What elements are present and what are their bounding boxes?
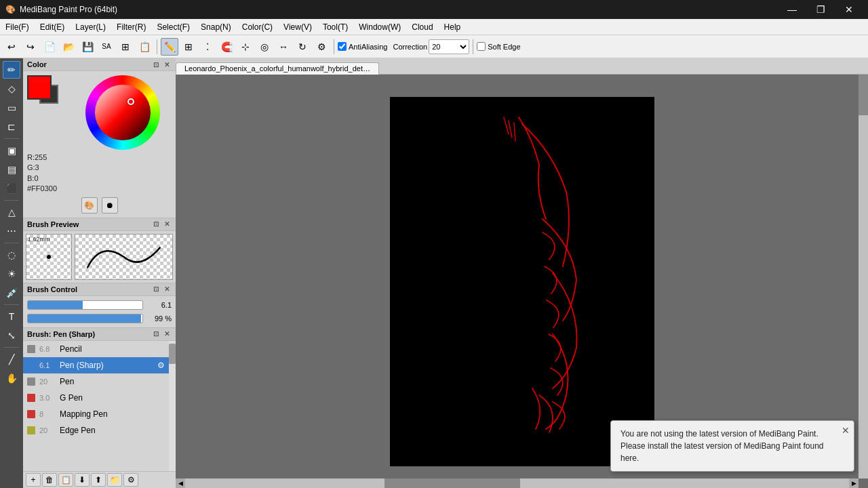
toolbar-dotgrid[interactable]: ⁚ [199, 38, 216, 56]
menu-color[interactable]: Color(C) [237, 19, 278, 35]
tool-select-rect[interactable]: ▭ [3, 99, 20, 117]
toolbar-snap[interactable]: 🧲 [218, 38, 235, 56]
brush-list-close[interactable]: ✕ [162, 329, 172, 339]
menu-select[interactable]: Select(F) [151, 19, 195, 35]
toolbar-snap2[interactable]: ⊹ [237, 38, 254, 56]
notification: ✕ You are not using the latest version o… [610, 420, 854, 472]
minimize-button[interactable]: — [778, 0, 806, 19]
toolbar-save-as[interactable]: SA [98, 38, 115, 56]
tool-fill[interactable]: ▣ [3, 142, 20, 159]
menu-tool[interactable]: Tool(T) [317, 19, 353, 35]
menu-cloud[interactable]: Cloud [406, 19, 438, 35]
tool-select-snap[interactable]: ⋯ [3, 222, 20, 240]
brush-list-item-3[interactable]: 3.0 G Pen [23, 390, 169, 406]
bottom-scrollbar-track[interactable] [185, 479, 849, 488]
brush-import-button[interactable]: ⬇ [75, 473, 90, 487]
toolbar-new[interactable]: 📄 [41, 38, 58, 56]
right-scrollbar[interactable] [859, 75, 868, 479]
toolbar-undo[interactable]: ↩ [3, 38, 20, 56]
bottom-scrollbar-thumb[interactable] [384, 479, 520, 488]
softedge-check[interactable]: Soft Edge [477, 42, 520, 51]
close-button[interactable]: ✕ [835, 0, 863, 19]
scroll-right-arrow[interactable]: ▶ [849, 479, 859, 488]
brush-list-scrollbar[interactable] [169, 341, 176, 471]
antialias-check[interactable]: AntiAliasing [338, 42, 387, 51]
tool-color-change[interactable]: ⬛ [3, 180, 20, 197]
bottom-scrollbar[interactable]: ◀ ▶ [176, 479, 859, 488]
titlebar-controls[interactable]: — ❐ ✕ [778, 0, 863, 19]
toolbar-settings[interactable]: ⚙ [313, 38, 330, 56]
toolbar-grid[interactable]: ⊞ [117, 38, 134, 56]
foreground-color-swatch[interactable] [27, 75, 52, 100]
brush-export-button[interactable]: ⬆ [91, 473, 106, 487]
brush-list-item-0[interactable]: 6.8 Pencil [23, 341, 169, 357]
brush-list-item-4[interactable]: 8 Mapping Pen [23, 406, 169, 422]
size-slider-bg[interactable] [27, 300, 143, 310]
tool-eyedropper[interactable]: 💉 [3, 284, 20, 302]
brush-list-header-buttons[interactable]: ⊡ ✕ [151, 329, 172, 339]
brush-preview-header-buttons[interactable]: ⊡ ✕ [151, 220, 172, 229]
brush-list-item-2[interactable]: 20 Pen [23, 373, 169, 390]
softedge-checkbox[interactable] [477, 42, 486, 51]
tool-linework[interactable]: ╱ [3, 350, 20, 368]
brush-add-button[interactable]: + [26, 473, 41, 487]
right-scrollbar-thumb[interactable] [859, 75, 868, 115]
tool-text[interactable]: T [3, 308, 20, 325]
toolbar-rotate[interactable]: ↻ [294, 38, 311, 56]
antialias-checkbox[interactable] [338, 42, 347, 51]
brush-list-item-5[interactable]: 20 Edge Pen [23, 422, 169, 439]
menu-help[interactable]: Help [439, 19, 467, 35]
toolbar-circle[interactable]: ◎ [256, 38, 273, 56]
tool-transform[interactable]: ⤡ [3, 327, 20, 344]
correction-select[interactable]: 20103050 [429, 39, 469, 54]
maximize-button[interactable]: ❐ [807, 0, 834, 19]
brush-settings-button[interactable]: ⚙ [123, 473, 138, 487]
toolbar-flip[interactable]: ↔ [275, 38, 292, 56]
brush-list-item-1[interactable]: 6.1 Pen (Sharp) ⚙ [23, 357, 169, 373]
tool-dodge[interactable]: ☀ [3, 265, 20, 283]
color-tool-palette[interactable]: 🎨 [81, 197, 98, 214]
brush-copy-button[interactable]: 📋 [58, 473, 73, 487]
tool-eraser[interactable]: ◇ [3, 80, 20, 98]
brush-preview-close[interactable]: ✕ [162, 220, 172, 229]
menu-edit[interactable]: Edit(E) [35, 19, 71, 35]
toolbar-pen[interactable]: ✏️ [161, 38, 178, 56]
color-panel-expand[interactable]: ⊡ [151, 60, 161, 69]
menu-window[interactable]: Window(W) [353, 19, 406, 35]
brush-delete-button[interactable]: 🗑 [42, 473, 57, 487]
scroll-left-arrow[interactable]: ◀ [176, 479, 185, 488]
brush-control-expand[interactable]: ⊡ [151, 285, 161, 294]
tool-select-lasso[interactable]: ⊏ [3, 118, 20, 136]
menu-file[interactable]: File(F) [0, 19, 35, 35]
color-wheel-area[interactable] [85, 75, 160, 150]
notification-close-button[interactable]: ✕ [842, 424, 850, 438]
drawing-canvas[interactable] [390, 97, 654, 466]
color-header-buttons[interactable]: ⊡ ✕ [151, 60, 172, 69]
toolbar-grid2[interactable]: ⊞ [180, 38, 197, 56]
tool-pen[interactable]: ✏ [3, 61, 20, 79]
brush-list-expand[interactable]: ⊡ [151, 329, 161, 339]
tool-hand[interactable]: ✋ [3, 369, 20, 387]
color-tool-history[interactable]: ⏺ [102, 197, 118, 214]
brush-list-scrollbar-thumb[interactable] [169, 344, 176, 364]
menu-view[interactable]: View(V) [278, 19, 317, 35]
toolbar-open[interactable]: 📂 [60, 38, 77, 56]
toolbar-redo[interactable]: ↪ [22, 38, 39, 56]
toolbar-layers[interactable]: 📋 [136, 38, 153, 56]
brush-control-header-buttons[interactable]: ⊡ ✕ [151, 285, 172, 294]
brush-preview-expand[interactable]: ⊡ [151, 220, 161, 229]
menu-snap[interactable]: Snap(N) [195, 19, 237, 35]
tool-gradation[interactable]: ▤ [3, 161, 20, 178]
tool-blur[interactable]: ◌ [3, 246, 20, 264]
brush-control-close[interactable]: ✕ [162, 285, 172, 294]
tool-figure[interactable]: △ [3, 203, 20, 221]
canvas-tab-active[interactable]: Leonardo_Phoenix_a_colorful_humanwolf_hy… [176, 62, 379, 75]
menu-layer[interactable]: Layer(L) [70, 19, 111, 35]
color-panel-close[interactable]: ✕ [162, 60, 172, 69]
brush-stroke-preview [75, 234, 173, 280]
brush-active-settings-icon[interactable]: ⚙ [157, 361, 165, 370]
menu-filter[interactable]: Filter(R) [111, 19, 151, 35]
toolbar-save[interactable]: 💾 [79, 38, 96, 56]
opacity-slider-bg[interactable] [27, 314, 143, 323]
brush-folder-button[interactable]: 📁 [107, 473, 122, 487]
